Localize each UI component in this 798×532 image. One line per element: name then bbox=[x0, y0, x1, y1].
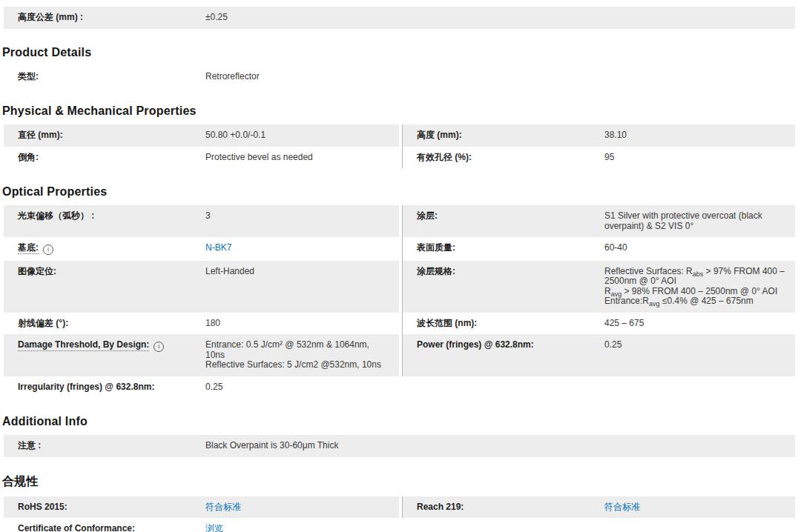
coating-label: 涂层: bbox=[403, 211, 604, 231]
certificate-view-link[interactable]: 浏览 bbox=[205, 523, 223, 532]
spec-cell: 高度 (mm): 38.10 bbox=[402, 124, 795, 147]
bevel-label: 倒角: bbox=[4, 153, 205, 163]
damage-threshold-label-cell: Damage Threshold, By Design:i bbox=[4, 340, 205, 370]
height-value: 38.10 bbox=[604, 130, 795, 141]
spec-cell: Reach 219: 符合标准 bbox=[402, 496, 795, 519]
ray-deviation-label: 射线偏差 (°): bbox=[4, 319, 205, 329]
table-row: Irregularity (fringes) @ 632.8nm: 0.25 bbox=[4, 376, 795, 399]
bevel-value: Protective bevel as needed bbox=[205, 153, 399, 163]
substrate-label-cell: 基底:i bbox=[4, 243, 205, 255]
spec-cell: Damage Threshold, By Design:i Entrance: … bbox=[4, 334, 399, 376]
additional-info-table: 注意 : Black Overpaint is 30-60μm Thick bbox=[4, 435, 795, 457]
compliance-table: RoHS 2015: 符合标准 Reach 219: 符合标准 Certific… bbox=[4, 496, 795, 532]
table-row: 射线偏差 (°): 180 波长范围 (nm): 425 – 675 bbox=[4, 313, 795, 335]
spec-cell: Irregularity (fringes) @ 632.8nm: 0.25 bbox=[4, 376, 399, 399]
spec-cell: 图像定位: Left-Handed bbox=[4, 261, 399, 313]
table-row: 类型: Retroreflector bbox=[4, 66, 795, 88]
spec-cell: 射线偏差 (°): 180 bbox=[4, 313, 399, 335]
coating-spec-label: 涂层规格: bbox=[403, 267, 604, 307]
table-row: RoHS 2015: 符合标准 Reach 219: 符合标准 bbox=[4, 496, 795, 519]
image-orientation-label: 图像定位: bbox=[4, 267, 205, 307]
reach-value: 符合标准 bbox=[604, 502, 795, 513]
rohs-value: 符合标准 bbox=[205, 502, 399, 513]
power-fringes-value: 0.25 bbox=[604, 340, 795, 370]
note-label: 注意 : bbox=[4, 441, 205, 451]
spec-cell: 涂层规格: Reflective Surfaces: Rabs > 97% FR… bbox=[402, 261, 795, 313]
general-specs-table: 高度公差 (mm) : ±0.25 bbox=[4, 7, 795, 29]
table-row: 倒角: Protective bevel as needed 有效孔径 (%):… bbox=[4, 147, 795, 169]
spec-cell: 涂层: S1 Silver with protective overcoat (… bbox=[402, 205, 795, 237]
power-fringes-label: Power (fringes) @ 632.8nm: bbox=[403, 340, 604, 370]
spec-cell: Power (fringes) @ 632.8nm: 0.25 bbox=[402, 334, 795, 376]
spec-cell: 波长范围 (nm): 425 – 675 bbox=[402, 313, 795, 335]
table-row: Damage Threshold, By Design:i Entrance: … bbox=[4, 334, 795, 376]
spec-cell: 有效孔径 (%): 95 bbox=[402, 147, 795, 169]
physical-mechanical-table: 直径 (mm): 50.80 +0.0/-0.1 高度 (mm): 38.10 … bbox=[4, 124, 795, 168]
damage-threshold-label[interactable]: Damage Threshold, By Design: bbox=[18, 339, 149, 351]
spec-cell: 高度公差 (mm) : ±0.25 bbox=[4, 7, 795, 29]
product-details-heading: Product Details bbox=[2, 46, 795, 59]
spec-cell: 倒角: Protective bevel as needed bbox=[4, 147, 399, 169]
beam-deviation-value: 3 bbox=[205, 211, 399, 231]
rohs-label: RoHS 2015: bbox=[4, 502, 205, 513]
irregularity-label: Irregularity (fringes) @ 632.8nm: bbox=[4, 382, 205, 393]
compliance-heading: 合规性 bbox=[2, 474, 795, 490]
coating-value: S1 Silver with protective overcoat (blac… bbox=[604, 211, 795, 231]
spec-cell: 光束偏移（弧秒） : 3 bbox=[4, 205, 399, 237]
coating-spec-value: Reflective Surfaces: Rabs > 97% FROM 400… bbox=[604, 267, 795, 307]
info-icon[interactable]: i bbox=[154, 342, 164, 352]
height-tolerance-value: ±0.25 bbox=[205, 13, 795, 23]
spec-cell: 类型: Retroreflector bbox=[4, 66, 795, 88]
beam-deviation-label: 光束偏移（弧秒） : bbox=[4, 211, 205, 231]
ray-deviation-value: 180 bbox=[205, 319, 399, 329]
irregularity-value: 0.25 bbox=[205, 382, 399, 393]
spec-cell: RoHS 2015: 符合标准 bbox=[4, 496, 399, 519]
height-tolerance-label: 高度公差 (mm) : bbox=[4, 13, 205, 23]
wavelength-range-value: 425 – 675 bbox=[604, 319, 795, 329]
table-row: Certificate of Conformance: 浏览 bbox=[4, 518, 795, 532]
surface-quality-value: 60-40 bbox=[604, 243, 795, 255]
clear-aperture-label: 有效孔径 (%): bbox=[403, 153, 604, 163]
product-details-table: 类型: Retroreflector bbox=[4, 66, 795, 88]
optical-properties-table: 光束偏移（弧秒） : 3 涂层: S1 Silver with protecti… bbox=[4, 205, 795, 398]
table-row: 注意 : Black Overpaint is 30-60μm Thick bbox=[4, 435, 795, 457]
damage-threshold-value: Entrance: 0.5 J/cm² @ 532nm & 1064nm, 10… bbox=[205, 340, 399, 370]
diameter-value: 50.80 +0.0/-0.1 bbox=[205, 130, 399, 141]
height-label: 高度 (mm): bbox=[403, 130, 604, 141]
table-row: 光束偏移（弧秒） : 3 涂层: S1 Silver with protecti… bbox=[4, 205, 795, 237]
diameter-label: 直径 (mm): bbox=[4, 130, 205, 141]
table-row: 图像定位: Left-Handed 涂层规格: Reflective Surfa… bbox=[4, 261, 795, 313]
type-value: Retroreflector bbox=[205, 72, 795, 82]
spec-cell: 注意 : Black Overpaint is 30-60μm Thick bbox=[4, 435, 795, 457]
additional-info-heading: Additional Info bbox=[2, 415, 795, 428]
certificate-of-conformance-value: 浏览 bbox=[205, 524, 399, 532]
image-orientation-value: Left-Handed bbox=[205, 267, 399, 307]
note-value: Black Overpaint is 30-60μm Thick bbox=[205, 441, 795, 451]
spec-cell: 表面质量: 60-40 bbox=[402, 237, 795, 261]
table-row: 基底:i N-BK7 表面质量: 60-40 bbox=[4, 237, 795, 261]
certificate-of-conformance-label: Certificate of Conformance: bbox=[4, 524, 205, 532]
spec-cell: Certificate of Conformance: 浏览 bbox=[4, 518, 399, 532]
spec-cell: 基底:i N-BK7 bbox=[4, 237, 399, 261]
spec-page: 高度公差 (mm) : ±0.25 Product Details 类型: Re… bbox=[4, 0, 795, 532]
rohs-compliant-link[interactable]: 符合标准 bbox=[205, 502, 241, 512]
optical-properties-heading: Optical Properties bbox=[2, 185, 795, 199]
table-row: 直径 (mm): 50.80 +0.0/-0.1 高度 (mm): 38.10 bbox=[4, 124, 795, 147]
substrate-link[interactable]: N-BK7 bbox=[205, 242, 231, 253]
info-icon[interactable]: i bbox=[43, 245, 53, 255]
reach-compliant-link[interactable]: 符合标准 bbox=[604, 502, 640, 512]
spec-cell: 直径 (mm): 50.80 +0.0/-0.1 bbox=[4, 124, 399, 147]
clear-aperture-value: 95 bbox=[604, 153, 795, 163]
physical-mechanical-heading: Physical & Mechanical Properties bbox=[2, 104, 795, 118]
substrate-value: N-BK7 bbox=[205, 243, 399, 255]
table-row: 高度公差 (mm) : ±0.25 bbox=[4, 7, 795, 29]
type-label: 类型: bbox=[4, 72, 205, 82]
surface-quality-label: 表面质量: bbox=[403, 243, 604, 255]
wavelength-range-label: 波长范围 (nm): bbox=[403, 319, 604, 329]
reach-label: Reach 219: bbox=[403, 502, 604, 513]
substrate-label[interactable]: 基底: bbox=[18, 242, 39, 254]
